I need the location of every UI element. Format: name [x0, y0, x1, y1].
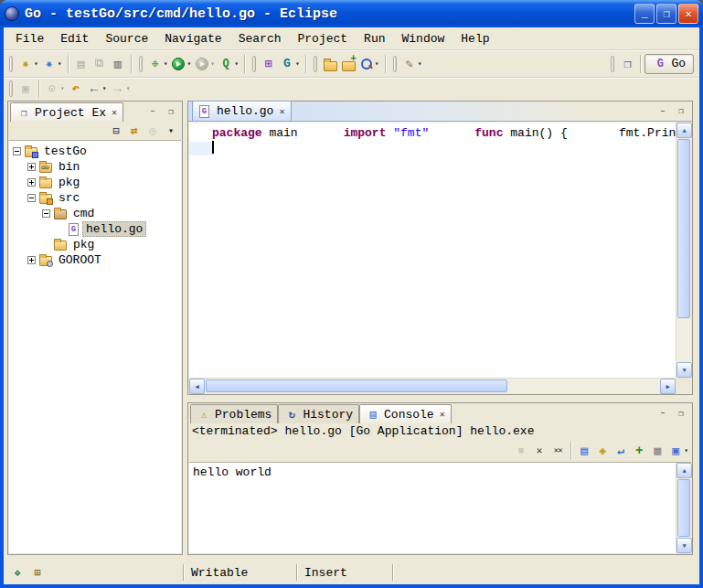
close-button[interactable]: ✕: [678, 4, 698, 24]
scroll-down-button[interactable]: ▼: [676, 538, 692, 553]
debug-button[interactable]: ▾: [146, 54, 170, 74]
close-icon[interactable]: ✕: [279, 106, 284, 117]
expand-icon[interactable]: [27, 256, 36, 264]
code-line-3[interactable]: import "fmt": [321, 126, 430, 140]
dropdown-arrow-icon[interactable]: ▾: [684, 446, 688, 454]
fast-view-icon[interactable]: [10, 565, 25, 580]
go-tools-button[interactable]: ▾: [278, 54, 302, 74]
code-line-2[interactable]: [298, 126, 321, 140]
toolbar-grip[interactable]: [252, 56, 256, 72]
tab-project-explorer[interactable]: Project Ex ✕: [10, 102, 123, 122]
dropdown-arrow-icon[interactable]: ▾: [234, 59, 239, 68]
dropdown-arrow-icon[interactable]: ▾: [186, 59, 191, 68]
console-vertical-scrollbar[interactable]: ▲ ▼: [676, 463, 691, 553]
dropdown-arrow-icon[interactable]: ▾: [375, 59, 379, 68]
toolbar-grip[interactable]: [611, 56, 614, 72]
menu-run[interactable]: Run: [356, 29, 393, 48]
toolbar-grip[interactable]: [393, 56, 397, 72]
scroll-up-button[interactable]: ▲: [676, 123, 692, 138]
tree-item-src[interactable]: src: [9, 190, 181, 206]
close-icon[interactable]: ✕: [112, 107, 117, 118]
code-line-5[interactable]: func main() {: [452, 126, 567, 140]
tree-item-goroot[interactable]: GOROOT: [9, 252, 181, 268]
new-go-element-button[interactable]: ▾: [40, 54, 64, 74]
menu-search[interactable]: Search: [230, 29, 290, 48]
editor-vertical-scrollbar[interactable]: ▲ ▼: [676, 123, 691, 378]
toolbar-grip[interactable]: [139, 56, 143, 72]
collapse-all-button[interactable]: [107, 121, 125, 141]
code-line-4[interactable]: [429, 126, 452, 140]
menu-window[interactable]: Window: [394, 29, 453, 48]
dropdown-arrow-icon[interactable]: ▾: [418, 59, 422, 68]
menu-source[interactable]: Source: [97, 29, 156, 48]
last-edit-button[interactable]: [67, 79, 85, 99]
collapse-icon[interactable]: [42, 209, 50, 218]
title-bar[interactable]: Go - testGo/src/cmd/hello.go - Eclipse _…: [0, 0, 703, 27]
link-editor-button[interactable]: [125, 121, 144, 141]
editor-horizontal-scrollbar[interactable]: ◀ ▶: [189, 378, 676, 393]
open-perspective-button[interactable]: [618, 54, 636, 74]
new-wizard-button[interactable]: ▾: [16, 54, 40, 74]
maximize-view-button[interactable]: ❐: [673, 104, 689, 118]
view-menu-button[interactable]: [162, 121, 180, 141]
scroll-down-button[interactable]: ▼: [676, 362, 692, 378]
collapse-icon[interactable]: [27, 194, 36, 202]
dropdown-arrow-icon[interactable]: ▾: [295, 59, 300, 68]
menu-file[interactable]: File: [7, 29, 52, 48]
scroll-up-button[interactable]: ▲: [676, 463, 692, 478]
code-line-1[interactable]: package main: [189, 126, 298, 140]
minimize-view-button[interactable]: –: [144, 105, 161, 119]
go-project-button[interactable]: [260, 54, 278, 74]
code-area[interactable]: package mainimport "fmt"func main() { fm…: [189, 123, 676, 378]
project-tree[interactable]: testGobinpkgsrccmdhello.gopkgGOROOT: [9, 140, 181, 553]
open-folder-button[interactable]: [321, 54, 339, 74]
dropdown-arrow-icon[interactable]: ▾: [34, 59, 38, 68]
tree-item-bin[interactable]: bin: [9, 159, 181, 175]
minimize-button[interactable]: _: [634, 4, 655, 24]
toolbar-grip[interactable]: [9, 80, 13, 97]
menu-help[interactable]: Help: [453, 29, 497, 48]
toolbar-grip[interactable]: [9, 56, 13, 72]
tree-item-testgo[interactable]: testGo: [9, 144, 181, 159]
menu-navigate[interactable]: Navigate: [156, 29, 229, 48]
tree-item-pkg[interactable]: pkg: [9, 175, 181, 190]
code-line-6[interactable]: fmt.Println("hello world");: [568, 126, 676, 140]
dropdown-arrow-icon[interactable]: ▾: [58, 59, 62, 68]
scroll-thumb[interactable]: [677, 139, 690, 318]
pin-console-button[interactable]: [630, 441, 648, 461]
open-folder-plus-button[interactable]: [339, 54, 357, 74]
back-button[interactable]: ▾: [85, 79, 109, 99]
maximize-button[interactable]: ❐: [656, 4, 676, 24]
tab-hello-go[interactable]: hello.go ✕: [192, 101, 292, 121]
code-line-8[interactable]: [189, 142, 214, 155]
ext-tools-button[interactable]: ▾: [217, 54, 240, 74]
tab-console[interactable]: Console✕: [359, 404, 452, 423]
maximize-view-button[interactable]: ❐: [163, 105, 179, 119]
scroll-left-button[interactable]: ◀: [189, 379, 205, 394]
close-icon[interactable]: ✕: [440, 409, 445, 420]
expand-icon[interactable]: [27, 178, 36, 187]
scroll-thumb[interactable]: [206, 380, 507, 392]
expand-icon[interactable]: [27, 163, 36, 171]
print-button[interactable]: [109, 54, 127, 74]
word-wrap-button[interactable]: [612, 441, 630, 461]
tab-history[interactable]: History: [278, 404, 359, 423]
search-button[interactable]: ▾: [357, 54, 381, 74]
annotate-button[interactable]: ▾: [400, 54, 424, 74]
scroll-thumb[interactable]: [677, 479, 690, 537]
tree-item-hello-go[interactable]: hello.go: [9, 221, 181, 237]
maximize-view-button[interactable]: ❐: [673, 407, 689, 421]
minimize-view-button[interactable]: –: [655, 407, 671, 421]
scroll-right-button[interactable]: ▶: [660, 379, 676, 394]
clear-button[interactable]: [575, 441, 593, 461]
menu-project[interactable]: Project: [289, 29, 356, 48]
launch-trim-icon[interactable]: [30, 565, 45, 580]
remove-all-button[interactable]: [549, 441, 567, 461]
scroll-lock-button[interactable]: [593, 441, 612, 461]
run-button[interactable]: ▾: [169, 54, 193, 74]
display-console-button[interactable]: [648, 441, 666, 461]
collapse-icon[interactable]: [13, 147, 21, 155]
dropdown-arrow-icon[interactable]: ▾: [164, 59, 168, 68]
menu-edit[interactable]: Edit: [52, 29, 97, 48]
remove-button[interactable]: [530, 441, 549, 461]
